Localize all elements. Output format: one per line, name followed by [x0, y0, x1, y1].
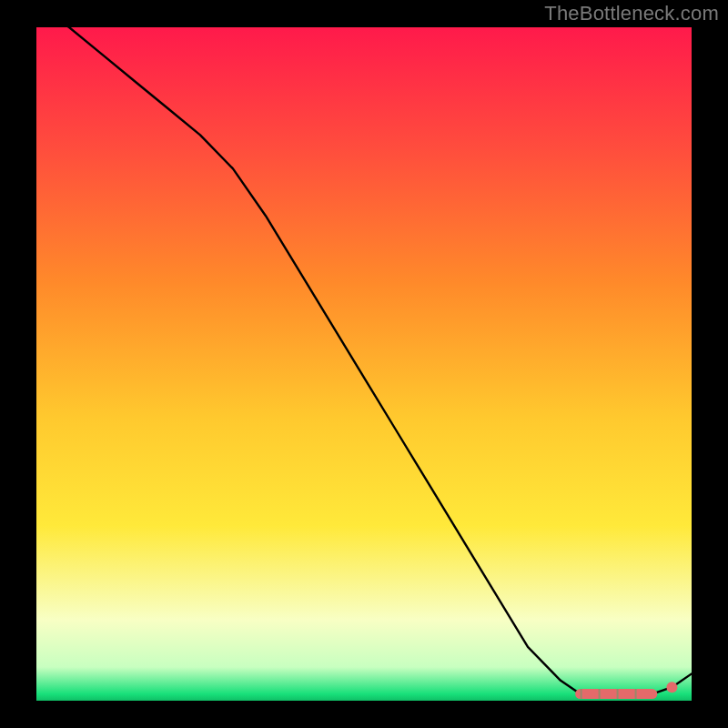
plot-area — [36, 27, 692, 701]
chart-frame: TheBottleneck.com — [0, 0, 728, 728]
end-marker-dot — [666, 682, 677, 693]
chart-svg — [36, 27, 692, 701]
gradient-background — [36, 27, 692, 701]
watermark-text: TheBottleneck.com — [544, 2, 719, 25]
